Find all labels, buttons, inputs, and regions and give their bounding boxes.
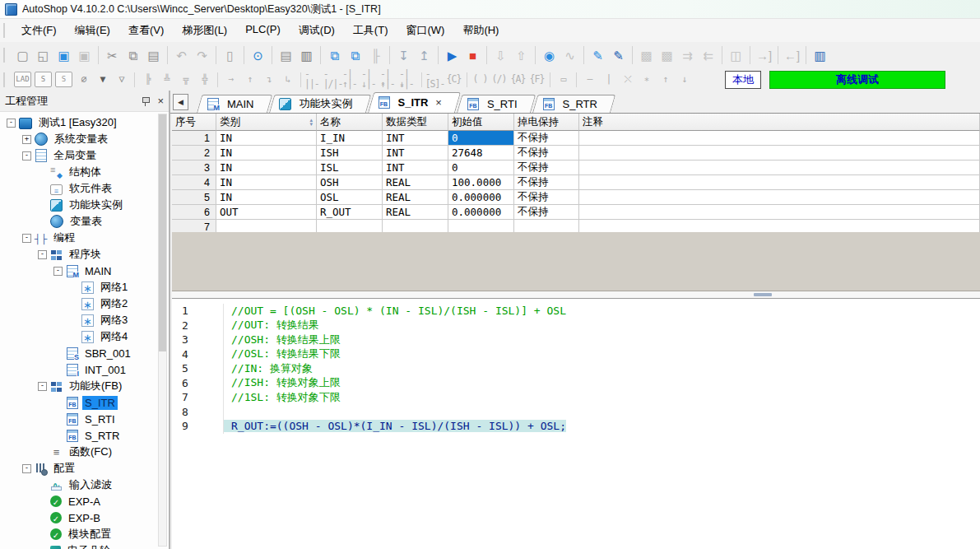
tree-item[interactable]: -功能块(FB) [0, 378, 169, 394]
app-instruction-icon[interactable]: {A} [509, 71, 527, 88]
tree-item[interactable]: 网络3 [0, 312, 169, 328]
column-header[interactable]: 数据类型 [383, 114, 448, 131]
insert-row-icon[interactable]: ⇉ [677, 45, 698, 66]
cascade-windows-icon[interactable]: ⧉ [324, 45, 345, 66]
code-line[interactable]: 7//1SL: 转换对象下限 [172, 390, 980, 405]
line-up-icon[interactable]: ↑ [240, 71, 259, 88]
menu-item[interactable]: PLC(P) [236, 20, 290, 41]
tree-item[interactable]: EXP-B [0, 509, 169, 526]
column-header[interactable]: 掉电保持 [514, 114, 579, 131]
tree-item[interactable]: S_RTI [0, 411, 169, 427]
tab-main[interactable]: MAIN [197, 95, 267, 113]
move-up-icon[interactable]: ↑ [656, 71, 675, 88]
table-cell[interactable]: 4 [172, 175, 216, 190]
paste-icon[interactable]: ▤ [143, 45, 164, 66]
table-cell[interactable]: 不保持 [514, 161, 579, 175]
code-line[interactable]: 2//OUT: 转换结果 [172, 319, 980, 333]
monitor-icon[interactable]: ◉ [539, 45, 560, 66]
redo-icon[interactable]: ↷ [192, 45, 212, 66]
coil-tool-icon[interactable]: ⌀ [74, 71, 93, 88]
save-icon[interactable]: ▣ [53, 45, 74, 66]
table-cell[interactable]: 不保持 [514, 205, 579, 220]
compile-all-icon[interactable]: ↥ [414, 45, 434, 66]
delete-network-icon[interactable]: ▩ [657, 45, 677, 66]
code-line[interactable]: 1//OUT = [(OSH - OSL) * (IN - ISL)/(ISH … [172, 304, 980, 319]
tree-scrollbar[interactable] [158, 114, 167, 547]
table-cell[interactable]: 2 [172, 146, 216, 161]
table-cell[interactable]: REAL [383, 190, 448, 205]
code-line[interactable]: 8 [172, 405, 980, 420]
tab-close-icon[interactable]: × [435, 97, 442, 108]
table-cell[interactable]: I_IN [317, 131, 383, 146]
table-cell[interactable]: 0.000000 [448, 205, 514, 220]
move-down-icon[interactable]: ↓ [675, 71, 694, 88]
table-cell[interactable]: INT [383, 131, 448, 146]
tree-item[interactable]: INT_001 [0, 361, 169, 378]
ladder-split-icon[interactable]: ╟ [365, 45, 386, 66]
tree-item[interactable]: 网络2 [0, 295, 169, 312]
tree-item[interactable]: S_RTR [0, 427, 169, 444]
sort-icon[interactable]: ▴▾ [309, 118, 313, 126]
table-cell[interactable] [579, 146, 980, 161]
tree-expander-icon[interactable]: - [38, 250, 47, 259]
tree-item[interactable]: +系统变量表 [0, 131, 169, 147]
table-cell[interactable]: IN [216, 161, 317, 175]
goto-network-icon[interactable]: ▩ [636, 45, 657, 66]
table-cell[interactable]: INT [383, 161, 448, 175]
tree-expander-icon[interactable]: - [22, 151, 31, 161]
code-line[interactable]: 4//OSL: 转换结果下限 [172, 347, 980, 362]
tree-item[interactable]: 变量表 [0, 213, 169, 230]
contact-set-icon[interactable]: -|↟|- [380, 71, 399, 88]
download-plc-icon[interactable]: ⇩ [490, 45, 511, 66]
usb-test-icon[interactable]: ◫ [726, 45, 746, 66]
table-cell[interactable]: 100.0000 [448, 175, 514, 190]
run-icon[interactable]: ▶ [442, 45, 462, 66]
table-cell[interactable]: IN [216, 175, 317, 190]
table-cell[interactable]: ISH [317, 146, 383, 161]
table-cell[interactable]: REAL [383, 205, 448, 220]
menu-item[interactable]: 梯形图(L) [173, 20, 236, 41]
table-cell[interactable]: 3 [172, 161, 216, 175]
offline-debug-button[interactable]: 离线调试 [769, 71, 945, 89]
open-project-icon[interactable]: ◱ [33, 45, 53, 66]
table-cell[interactable]: OSH [317, 175, 383, 190]
tree-item[interactable]: S_ITR [0, 394, 169, 411]
toolbar-grip[interactable] [3, 72, 9, 87]
write-monitor-icon[interactable]: ✎ [588, 45, 608, 66]
delete-icon[interactable]: ▯ [220, 45, 240, 66]
copy-icon[interactable]: ⧉ [123, 45, 143, 66]
tab-s-rti[interactable]: S_RTI [457, 95, 531, 113]
branch-open-icon[interactable]: ╠ [138, 71, 157, 88]
table-cell[interactable] [579, 161, 980, 175]
trace-icon[interactable]: ∿ [560, 45, 580, 66]
local-mode-button[interactable]: 本地 [725, 71, 761, 89]
print-preview-icon[interactable]: ▤ [276, 45, 296, 66]
code-line[interactable]: 5//IN: 换算对象 [172, 361, 980, 376]
edit-program-icon[interactable]: ✎ [608, 45, 629, 66]
contact-p-icon[interactable]: -|↑|- [342, 71, 361, 88]
tree-item[interactable]: 软元件表 [0, 180, 169, 197]
tab-s-itr[interactable]: S_ITR× [368, 92, 455, 113]
contact-n-icon[interactable]: -|↓|- [361, 71, 380, 88]
menu-item[interactable]: 编辑(E) [66, 20, 119, 41]
compile-icon[interactable]: ↧ [393, 45, 414, 66]
table-cell[interactable]: 不保持 [514, 131, 579, 146]
coil-out-icon[interactable]: ( ) [471, 71, 490, 88]
code-line[interactable]: 3//OSH: 转换结果上限 [172, 333, 980, 347]
tree-expander-icon[interactable]: - [22, 464, 31, 473]
table-cell[interactable]: IN [216, 146, 317, 161]
sfc-step-icon[interactable]: S [55, 72, 72, 87]
delete-row-icon[interactable]: ⇇ [698, 45, 718, 66]
delete-node-icon[interactable]: ∗ [637, 71, 656, 88]
code-line[interactable]: 9R_OUT:=((OSH - OSL)*(I_IN - ISL)/(ISH -… [172, 419, 980, 434]
stop-icon[interactable]: ■ [462, 45, 483, 66]
column-header[interactable]: 名称 [317, 114, 383, 131]
tree-item[interactable]: -全局变量 [0, 147, 169, 164]
tree-expander-icon[interactable]: - [38, 382, 47, 391]
coil-set-icon[interactable]: -[S]- [425, 71, 444, 88]
tree-scrollbar-thumb[interactable] [159, 114, 166, 351]
contact-nc-icon[interactable]: -|/|- [323, 71, 342, 88]
tree-item[interactable]: -MAIN [0, 263, 169, 279]
tree-item[interactable]: -配置 [0, 460, 169, 477]
table-cell[interactable]: R_OUT [317, 205, 383, 220]
